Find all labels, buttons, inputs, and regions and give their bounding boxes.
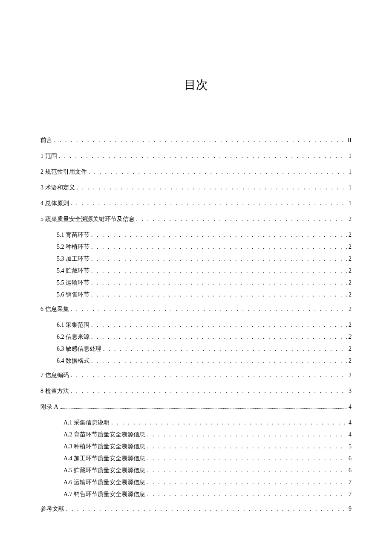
toc-entry-page: 4 (349, 402, 352, 411)
toc-leader-dots: . . . . . . . . . . . . . . . . . . . . … (89, 167, 347, 176)
toc-entry-page: 2 (349, 266, 352, 275)
toc-entry-page: 6 (349, 466, 352, 475)
toc-entry-label: 5.5 运输环节 (57, 278, 89, 287)
toc-entry-label: 6.2 信息来源 (57, 332, 89, 341)
toc-entry-label: 参考文献 (40, 504, 64, 513)
toc-entry: 8 检查方法. . . . . . . . . . . . . . . . . … (40, 386, 352, 395)
toc-entry-label: 1 范围 (40, 151, 57, 160)
toc-entry: 4 总体原则. . . . . . . . . . . . . . . . . … (40, 199, 352, 208)
toc-entry-label: 3 术语和定义 (40, 183, 75, 192)
toc-leader-dots: . . . . . . . . . . . . . . . . . . . . … (91, 356, 347, 365)
toc-entry-label: 附录 A (40, 402, 58, 411)
toc-leader-dots: . . . . . . . . . . . . . . . . . . . . … (147, 490, 347, 499)
toc-entry-page: 2 (349, 278, 352, 287)
toc-leader-dots: . . . . . . . . . . . . . . . . . . . . … (147, 478, 347, 487)
toc-entry-page: 1 (349, 183, 352, 192)
toc-entry: 3 术语和定义. . . . . . . . . . . . . . . . .… (40, 183, 352, 192)
toc-entry: A.3 种植环节质量安全溯源信息. . . . . . . . . . . . … (40, 442, 352, 451)
toc-leader-dots: . . . . . . . . . . . . . . . . . . . . … (91, 278, 347, 287)
toc-entry-page: 1 (349, 167, 352, 176)
toc-entry: 7 信息编码. . . . . . . . . . . . . . . . . … (40, 371, 352, 380)
toc-leader-dots: . . . . . . . . . . . . . . . . . . . . … (91, 290, 347, 299)
toc-leader-dots: . . . . . . . . . . . . . . . . . . . . … (71, 386, 347, 395)
toc-entry-page: 3 (349, 386, 352, 395)
toc-leader-dots: . . . . . . . . . . . . . . . . . . . . … (91, 332, 347, 341)
toc-entry: A.5 贮藏环节质量安全溯源信息. . . . . . . . . . . . … (40, 466, 352, 475)
toc-leader-dots: . . . . . . . . . . . . . . . . . . . . … (91, 230, 347, 239)
toc-entry: 5.4 贮藏环节. . . . . . . . . . . . . . . . … (40, 266, 352, 275)
toc-leader-dots: . . . . . . . . . . . . . . . . . . . . … (71, 199, 347, 208)
toc-leader-dots: . . . . . . . . . . . . . . . . . . . . … (77, 183, 347, 192)
toc-entry-page: 1 (349, 151, 352, 160)
toc-entry-page: 7 (349, 490, 352, 499)
toc-leader-dots: . . . . . . . . . . . . . . . . . . . . … (147, 454, 347, 463)
toc-entry-label: 4 总体原则 (40, 199, 69, 208)
toc-entry: A.6 运输环节质量安全溯源信息. . . . . . . . . . . . … (40, 478, 352, 487)
toc-entry-page: 4 (349, 430, 352, 439)
toc-entry-label: A.6 运输环节质量安全溯源信息 (63, 478, 145, 487)
toc-leader-dots: . . . . . . . . . . . . . . . . . . . . … (147, 442, 347, 451)
toc-entry-page: 2 (349, 344, 352, 353)
toc-entry-page: 2 (349, 290, 352, 299)
toc-leader-dots: . . . . . . . . . . . . . . . . . . . . … (111, 418, 347, 427)
toc-entry: 6.1 采集范围. . . . . . . . . . . . . . . . … (40, 320, 352, 329)
toc-leader-dots: ........................................… (60, 404, 347, 410)
toc-entry-page: 2 (349, 305, 352, 314)
toc-entry: A.1 采集信息说明. . . . . . . . . . . . . . . … (40, 418, 352, 427)
toc-entry-label: A.3 种植环节质量安全溯源信息 (63, 442, 145, 451)
toc-entry-page: 2 (349, 254, 352, 263)
toc-entry-label: 5.3 加工环节 (57, 254, 89, 263)
toc-entry-label: 6.3 敏感信息处理 (57, 344, 101, 353)
toc-entry-label: A.1 采集信息说明 (63, 418, 110, 427)
toc-entry-label: 8 检查方法 (40, 386, 69, 395)
toc-entry: 附录 A....................................… (40, 402, 352, 411)
toc-entry: 6.3 敏感信息处理. . . . . . . . . . . . . . . … (40, 344, 352, 353)
toc-entry-page: 2 (349, 356, 352, 365)
toc-leader-dots: . . . . . . . . . . . . . . . . . . . . … (91, 266, 347, 275)
toc-entry-page: 4 (349, 418, 352, 427)
toc-list: 前言. . . . . . . . . . . . . . . . . . . … (40, 136, 352, 513)
toc-leader-dots: . . . . . . . . . . . . . . . . . . . . … (66, 504, 347, 513)
toc-entry: 5.2 种植环节. . . . . . . . . . . . . . . . … (40, 242, 352, 251)
toc-entry: A.4 加工环节质量安全溯源信息. . . . . . . . . . . . … (40, 454, 352, 463)
toc-leader-dots: . . . . . . . . . . . . . . . . . . . . … (71, 371, 347, 380)
toc-entry-label: 6.1 采集范围 (57, 320, 89, 329)
toc-title: 目次 (40, 77, 352, 93)
toc-leader-dots: . . . . . . . . . . . . . . . . . . . . … (59, 151, 347, 160)
toc-entry-label: 6 信息采集 (40, 305, 69, 314)
toc-leader-dots: . . . . . . . . . . . . . . . . . . . . … (91, 320, 347, 329)
toc-entry-label: 5.4 贮藏环节 (57, 266, 89, 275)
toc-entry: 参考文献. . . . . . . . . . . . . . . . . . … (40, 504, 352, 513)
toc-entry-label: A.2 育苗环节质量安全溯源信息 (63, 430, 145, 439)
toc-leader-dots: . . . . . . . . . . . . . . . . . . . . … (71, 305, 347, 314)
toc-entry-page: 6 (349, 454, 352, 463)
toc-entry: A.2 育苗环节质量安全溯源信息. . . . . . . . . . . . … (40, 430, 352, 439)
toc-entry-page: 2 (349, 230, 352, 239)
toc-entry-page: 2 (349, 320, 352, 329)
toc-entry: 6.2 信息来源. . . . . . . . . . . . . . . . … (40, 332, 352, 341)
toc-entry: 5.6 销售环节. . . . . . . . . . . . . . . . … (40, 290, 352, 299)
toc-entry-label: 2 规范性引用文件 (40, 167, 87, 176)
toc-entry: 6 信息采集. . . . . . . . . . . . . . . . . … (40, 305, 352, 314)
toc-entry-page: 9 (349, 504, 352, 513)
toc-entry-page: 2 (349, 242, 352, 251)
toc-entry-label: A.7 销售环节质量安全溯源信息 (63, 490, 145, 499)
toc-entry: 5.5 运输环节. . . . . . . . . . . . . . . . … (40, 278, 352, 287)
toc-leader-dots: . . . . . . . . . . . . . . . . . . . . … (136, 215, 347, 224)
toc-leader-dots: . . . . . . . . . . . . . . . . . . . . … (147, 430, 347, 439)
toc-entry-page: 5 (349, 442, 352, 451)
toc-entry: 6.4 数据格式. . . . . . . . . . . . . . . . … (40, 356, 352, 365)
toc-leader-dots: . . . . . . . . . . . . . . . . . . . . … (54, 136, 346, 145)
toc-entry: 1 范围. . . . . . . . . . . . . . . . . . … (40, 151, 352, 160)
toc-leader-dots: . . . . . . . . . . . . . . . . . . . . … (103, 344, 347, 353)
toc-entry-label: 6.4 数据格式 (57, 356, 89, 365)
toc-entry: 5.1 育苗环节. . . . . . . . . . . . . . . . … (40, 230, 352, 239)
toc-entry: 2 规范性引用文件. . . . . . . . . . . . . . . .… (40, 167, 352, 176)
toc-entry: A.7 销售环节质量安全溯源信息. . . . . . . . . . . . … (40, 490, 352, 499)
toc-entry: 5.3 加工环节. . . . . . . . . . . . . . . . … (40, 254, 352, 263)
toc-entry-page: 7 (349, 478, 352, 487)
toc-entry-page: 2 (349, 332, 352, 341)
toc-entry-page: II (348, 136, 352, 145)
toc-entry-label: 5 蔬菜质量安全溯源关键环节及信息 (40, 215, 135, 224)
toc-entry-label: 前言 (40, 136, 52, 145)
